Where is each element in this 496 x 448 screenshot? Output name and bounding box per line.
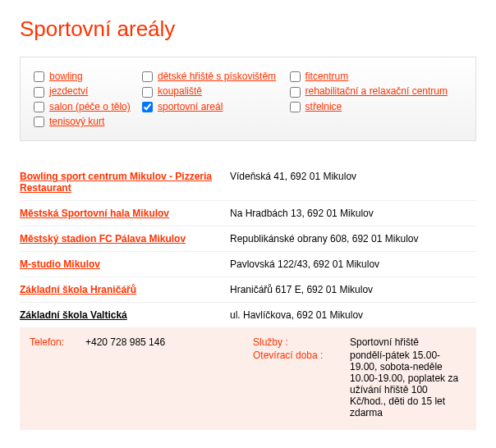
result-address: Pavlovská 122/43, 692 01 Mikulov: [230, 252, 476, 277]
filter-item: salon (péče o tělo): [34, 101, 131, 112]
detail-phone-label: Telefon:: [30, 336, 85, 350]
result-link[interactable]: Bowling sport centrum Mikulov - Pizzeria…: [20, 171, 212, 194]
result-link[interactable]: M-studio Mikulov: [20, 258, 100, 270]
filter-checkbox-fitcentrum[interactable]: [290, 71, 301, 82]
filter-item: rehabilitační a relaxační centrum: [290, 85, 448, 97]
filter-item: střelnice: [290, 101, 342, 112]
result-row: Bowling sport centrum Mikulov - Pizzeria…: [20, 164, 476, 201]
result-address: Republikánské obrany 608, 692 01 Mikulov: [230, 226, 476, 252]
result-detail-row: Telefon: +420 728 985 146 Služby : Sport…: [20, 328, 476, 431]
result-row: M-studio Mikulov Pavlovská 122/43, 692 0…: [20, 252, 476, 277]
filter-checkbox-tenisovy-kurt[interactable]: [34, 117, 44, 127]
filter-item: jezdectví: [34, 85, 88, 97]
result-address: Vídeňská 41, 692 01 Mikulov: [230, 164, 476, 201]
filter-link-strelnice[interactable]: střelnice: [305, 101, 342, 112]
filter-item: bowling: [34, 71, 83, 82]
result-link[interactable]: Městský stadion FC Pálava Mikulov: [20, 233, 186, 245]
filter-checkbox-salon[interactable]: [34, 102, 44, 112]
filter-link-sportovni-areal[interactable]: sportovní areál: [158, 101, 223, 112]
filter-checkbox-sportovni-areal[interactable]: [142, 102, 153, 112]
filter-item: sportovní areál: [142, 101, 223, 112]
page-title: Sportovní areály: [20, 16, 476, 42]
detail-hours-value: pondělí-pátek 15.00-19.00, sobota-neděle…: [350, 350, 466, 420]
filter-link-bowling[interactable]: bowling: [49, 71, 83, 82]
filter-checkbox-koupaliste[interactable]: [142, 87, 153, 98]
results-table: Bowling sport centrum Mikulov - Pizzeria…: [20, 164, 476, 430]
filter-link-rehab[interactable]: rehabilitační a relaxační centrum: [305, 85, 448, 97]
filter-link-tenisovy-kurt[interactable]: tenisový kurt: [49, 116, 104, 127]
result-row: Městský stadion FC Pálava Mikulov Republ…: [20, 226, 476, 252]
detail-hours-label: Otevírací doba :: [253, 350, 350, 420]
result-address: ul. Havlíčkova, 692 01 Mikulov: [230, 303, 476, 328]
result-row: Městská Sportovní hala Mikulov Na Hradbá…: [20, 201, 476, 226]
detail-services-label: Služby :: [253, 336, 350, 350]
result-link[interactable]: Městská Sportovní hala Mikulov: [20, 208, 169, 219]
filter-link-salon[interactable]: salon (péče o tělo): [49, 101, 131, 112]
filter-panel: bowling dětské hřiště s pískovištěm fitc…: [20, 57, 476, 141]
filter-item: koupaliště: [142, 85, 202, 97]
result-link-active[interactable]: Základní škola Valtická: [20, 309, 127, 321]
filter-link-koupaliste[interactable]: koupaliště: [158, 85, 202, 97]
result-detail-panel: Telefon: +420 728 985 146 Služby : Sport…: [20, 328, 476, 430]
detail-services-value: Sportovní hřiště: [350, 336, 466, 350]
filter-link-detske-hriste[interactable]: dětské hřiště s pískovištěm: [158, 71, 276, 82]
filter-checkbox-bowling[interactable]: [34, 71, 44, 82]
filter-checkbox-jezdectvi[interactable]: [34, 87, 44, 98]
result-row: Základní škola Hraničářů Hraničářů 617 E…: [20, 277, 476, 303]
result-link[interactable]: Základní škola Hraničářů: [20, 284, 136, 295]
filter-item: dětské hřiště s pískovištěm: [142, 71, 276, 82]
detail-phone-value: +420 728 985 146: [85, 336, 253, 350]
filter-item: fitcentrum: [290, 71, 349, 82]
filter-grid: bowling dětské hřiště s pískovištěm fitc…: [34, 69, 462, 129]
filter-link-fitcentrum[interactable]: fitcentrum: [305, 71, 349, 82]
filter-link-jezdectvi[interactable]: jezdectví: [49, 85, 88, 97]
filter-checkbox-rehab[interactable]: [290, 87, 301, 98]
filter-item: tenisový kurt: [34, 116, 104, 127]
result-address: Hraničářů 617 E, 692 01 Mikulov: [230, 277, 476, 303]
result-row: Základní škola Valtická ul. Havlíčkova, …: [20, 303, 476, 328]
filter-checkbox-detske-hriste[interactable]: [142, 71, 153, 82]
filter-checkbox-strelnice[interactable]: [290, 102, 301, 112]
result-address: Na Hradbách 13, 692 01 Mikulov: [230, 201, 476, 226]
